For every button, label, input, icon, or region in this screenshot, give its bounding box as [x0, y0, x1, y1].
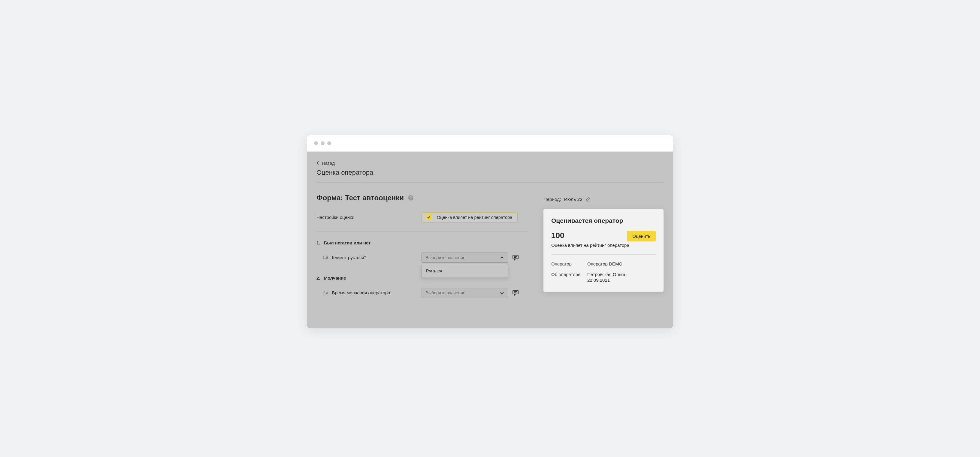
help-icon[interactable]: ?	[408, 195, 414, 201]
comment-button[interactable]	[512, 289, 519, 296]
app-window: Назад Оценка оператора Форма: Тест автоо…	[307, 135, 673, 328]
divider	[317, 182, 663, 183]
settings-checkbox-label: Оценка влияет на рейтинг оператора	[437, 215, 512, 220]
about-operator-date: 22.09.2021	[587, 278, 625, 283]
svg-rect-0	[513, 255, 518, 259]
checkbox-checked[interactable]	[426, 215, 431, 220]
card-subtitle: Оценка влияет на рейтинг оператора	[551, 243, 656, 248]
section-title: Молчание	[324, 275, 346, 281]
divider	[317, 232, 528, 232]
select-placeholder: Выберите значение	[425, 255, 465, 260]
dropdown-open: Ругался	[422, 264, 508, 278]
settings-checkbox-row[interactable]: Оценка влияет на рейтинг оператора	[422, 212, 518, 222]
divider	[551, 254, 656, 255]
comment-icon	[512, 290, 519, 296]
question-label: Время молчания оператора	[332, 290, 390, 295]
chevron-left-icon	[317, 161, 320, 165]
comment-icon	[512, 255, 519, 260]
operator-value: Оператор DEMO	[587, 261, 622, 266]
window-titlebar	[307, 135, 673, 152]
check-icon	[427, 216, 431, 219]
rate-button[interactable]: Оценить	[627, 231, 656, 241]
period-value: Июль 22	[564, 197, 582, 202]
chevron-up-icon	[500, 256, 504, 260]
form-title: Форма: Тест автооценки	[317, 193, 404, 202]
comment-button[interactable]	[512, 254, 519, 261]
dropdown-option[interactable]: Ругался	[422, 265, 508, 276]
period-row: Период: Июль 22	[543, 197, 663, 202]
select-silence-time[interactable]: Выберите значение	[422, 288, 508, 298]
about-operator-label: Об операторе	[551, 272, 587, 283]
svg-rect-3	[513, 290, 518, 294]
question-number: 2.a	[323, 290, 328, 295]
card-title: Оценивается оператор	[551, 217, 656, 224]
operator-label: Оператор	[551, 261, 587, 266]
window-dot	[314, 141, 318, 145]
period-label: Период:	[543, 197, 561, 202]
question-number: 1.a	[323, 255, 328, 260]
operator-card: Оценивается оператор 100 Оценить Оценка …	[543, 209, 663, 292]
window-dot	[321, 141, 325, 145]
select-client-swore[interactable]: Выберите значение	[422, 252, 508, 263]
back-button[interactable]: Назад	[317, 161, 663, 166]
chevron-down-icon	[500, 291, 504, 295]
section-number: 2.	[317, 275, 320, 281]
page-title: Оценка оператора	[317, 169, 663, 176]
question-label: Клиент ругался?	[332, 255, 366, 260]
settings-label: Настройки оценки	[317, 215, 422, 220]
back-label: Назад	[322, 161, 335, 166]
edit-icon[interactable]	[585, 197, 590, 202]
section-number: 1.	[317, 240, 320, 245]
about-operator-name: Петровская Ольга	[587, 272, 625, 277]
section-title: Был негатив или нет	[324, 240, 371, 245]
window-dot	[327, 141, 331, 145]
select-placeholder: Выберите значение	[425, 291, 465, 295]
score-value: 100	[551, 231, 564, 240]
